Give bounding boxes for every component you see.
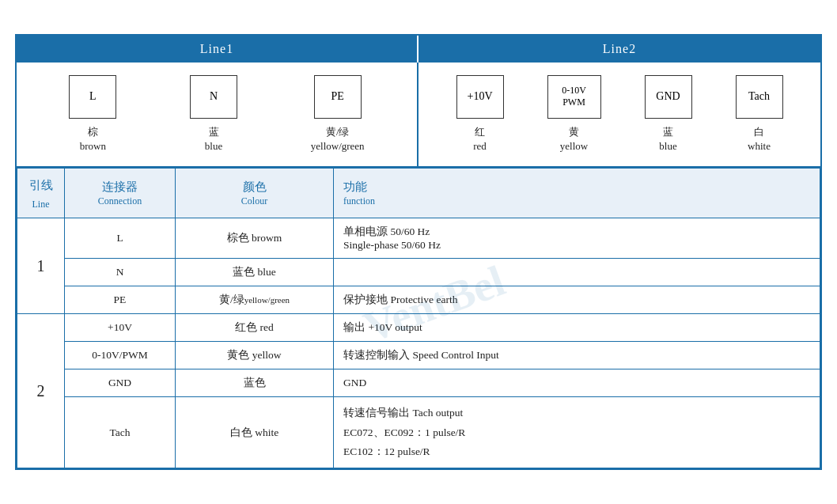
table-header-row: 引线 Line 连接器 Connection 颜色 Colour 功能 func… [17, 169, 820, 218]
table-body: 1 L 棕色 browm 单相电源 50/60 HzSingle-phase 5… [17, 218, 820, 468]
th-colour: 颜色 Colour [176, 169, 334, 218]
line2-header: Line2 [418, 36, 820, 63]
th-line: 引线 Line [17, 169, 65, 218]
line-1-cell: 1 [17, 218, 65, 314]
header-row: Line1 Line2 [17, 36, 820, 63]
connector-label-gnd: 蓝blue [659, 125, 676, 153]
connector-box-L: L [69, 75, 116, 119]
connector-label-tach: 白white [748, 125, 771, 153]
color-L-cell: 棕色 browm [176, 218, 334, 259]
connector-10V: +10V 红red [456, 75, 504, 153]
color-PE-cell: 黄/绿yellow/green [176, 286, 334, 314]
connector-box-PE: PE [314, 75, 362, 119]
color-10v-cell: 红色 red [176, 314, 334, 342]
table-row: PE 黄/绿yellow/green 保护接地 Protective earth [17, 286, 820, 314]
wiring-table: 引线 Line 连接器 Connection 颜色 Colour 功能 func… [17, 168, 820, 468]
conn-gnd-cell: GND [65, 369, 176, 397]
conn-tach-cell: Tach [65, 397, 176, 468]
connector-gnd: GND 蓝blue [645, 75, 692, 153]
conn-PE-cell: PE [65, 286, 176, 314]
table-section: 引线 Line 连接器 Connection 颜色 Colour 功能 func… [17, 168, 820, 468]
connector-box-pwm: 0-10VPWM [547, 75, 601, 119]
table-row: N 蓝色 blue [17, 259, 820, 286]
table-row: Tach 白色 white 转速信号输出 Tach output EC072、E… [17, 397, 820, 468]
conn-L-cell: L [65, 218, 176, 259]
color-gnd-cell: 蓝色 [176, 369, 334, 397]
color-N-cell: 蓝色 blue [176, 259, 334, 286]
conn-10v-cell: +10V [65, 314, 176, 342]
line2-diagram: +10V 红red 0-10VPWM 黄yellow GND 蓝blue Tac… [418, 63, 820, 166]
conn-N-cell: N [65, 259, 176, 286]
connector-box-tach: Tach [736, 75, 783, 119]
table-row: 1 L 棕色 browm 单相电源 50/60 HzSingle-phase 5… [17, 218, 820, 259]
th-function: 功能 function [334, 169, 820, 218]
table-row: GND 蓝色 GND [17, 369, 820, 397]
connector-box-10V: +10V [456, 75, 504, 119]
line1-header: Line1 [17, 36, 418, 63]
table-row: 2 +10V 红色 red 输出 +10V output [17, 314, 820, 342]
func-PE-cell: 保护接地 Protective earth [334, 286, 820, 314]
func-N-cell [334, 259, 820, 286]
connector-box-gnd: GND [645, 75, 692, 119]
func-L-cell: 单相电源 50/60 HzSingle-phase 50/60 Hz [334, 218, 820, 259]
connector-L: L 棕brown [69, 75, 116, 153]
connector-box-N: N [190, 75, 237, 119]
func-tach-cell: 转速信号输出 Tach output EC072、EC092：1 pulse/R… [334, 397, 820, 468]
color-pwm-cell: 黄色 yellow [176, 342, 334, 369]
conn-pwm-cell: 0-10V/PWM [65, 342, 176, 369]
func-gnd-cell: GND [334, 369, 820, 397]
connector-tach: Tach 白white [736, 75, 783, 153]
th-connection: 连接器 Connection [65, 169, 176, 218]
connector-N: N 蓝blue [190, 75, 237, 153]
connector-label-PE: 黄/绿yellow/green [311, 125, 365, 153]
color-tach-cell: 白色 white [176, 397, 334, 468]
diagram-row: L 棕brown N 蓝blue PE 黄/绿yellow/green +10V… [17, 63, 820, 168]
connector-pwm: 0-10VPWM 黄yellow [547, 75, 601, 153]
connector-label-N: 蓝blue [205, 125, 222, 153]
line-2-cell: 2 [17, 314, 65, 468]
connector-label-10V: 红red [473, 125, 487, 153]
func-pwm-cell: 转速控制输入 Speed Control Input [334, 342, 820, 369]
connector-label-L: 棕brown [80, 125, 106, 153]
connector-label-pwm: 黄yellow [560, 125, 588, 153]
line1-diagram: L 棕brown N 蓝blue PE 黄/绿yellow/green [17, 63, 418, 166]
func-10v-cell: 输出 +10V output [334, 314, 820, 342]
connector-PE: PE 黄/绿yellow/green [311, 75, 365, 153]
table-row: 0-10V/PWM 黄色 yellow 转速控制输入 Speed Control… [17, 342, 820, 369]
